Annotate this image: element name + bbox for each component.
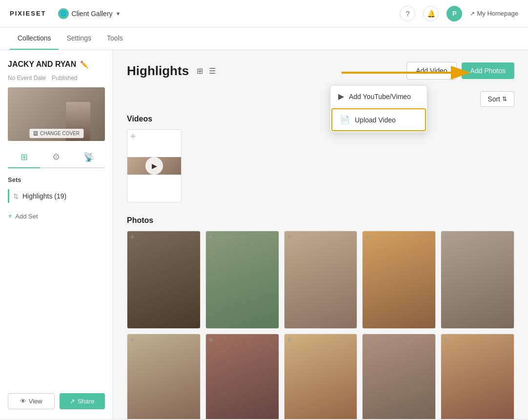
- photo-item[interactable]: ✛: [441, 231, 514, 329]
- bell-icon: 🔔: [427, 10, 435, 18]
- change-cover-button[interactable]: 🖼 CHANGE COVER: [29, 129, 83, 138]
- highlights-set-item[interactable]: ⇅ Highlights (19): [8, 189, 105, 203]
- sort-arrows-icon: ⇅: [502, 96, 507, 102]
- play-button[interactable]: ▶: [145, 157, 163, 175]
- chevron-down-icon: ▼: [116, 11, 121, 17]
- gallery-selector[interactable]: 🌐 Client Gallery ▼: [58, 8, 121, 19]
- external-link-icon: ↗: [470, 10, 475, 17]
- photo-item[interactable]: ✛: [205, 231, 279, 329]
- list-view-button[interactable]: ☰: [207, 65, 218, 77]
- page-title: Highlights: [127, 63, 189, 79]
- rss-icon: 📡: [83, 152, 94, 162]
- drag-handle-icon: ✛: [287, 234, 292, 240]
- logo: PIXIESET: [10, 10, 46, 17]
- plus-icon: +: [8, 212, 12, 220]
- drag-handle-icon: ✛: [444, 234, 448, 240]
- add-video-dropdown: ▶ Add YouTube/Vimeo 📄 Upload Video: [330, 85, 427, 133]
- photo-item[interactable]: ✛: [362, 334, 436, 419]
- drag-handle-icon: ✛: [365, 337, 370, 343]
- drag-handle-icon: ✛: [444, 337, 448, 343]
- drag-handle-icon: ✛: [208, 234, 213, 240]
- video-play-area: ▶: [127, 157, 181, 175]
- play-circle-icon: ▶: [338, 92, 344, 101]
- drag-handle-icon: ✛: [130, 337, 135, 343]
- tab-settings[interactable]: Settings: [59, 27, 99, 50]
- sort-button[interactable]: Sort ⇅: [480, 91, 514, 107]
- view-button[interactable]: 👁 View: [8, 393, 55, 409]
- photo-item[interactable]: ✛: [362, 231, 436, 329]
- image-icon: 🖼: [33, 131, 38, 136]
- arrow-svg: [342, 64, 478, 81]
- photo-grid: ✛ ✛ ✛ ✛ ✛: [127, 231, 514, 419]
- reorder-icon: ⇅: [13, 193, 19, 200]
- avatar[interactable]: P: [447, 6, 462, 21]
- tab-tools[interactable]: Tools: [99, 27, 131, 50]
- drag-handle-icon: ✛: [130, 234, 135, 240]
- tab-collections[interactable]: Collections: [10, 27, 59, 50]
- video-thumbnail[interactable]: ✛ ▶: [127, 129, 182, 202]
- photos-section-label: Photos: [127, 216, 514, 225]
- help-button[interactable]: ?: [400, 6, 415, 21]
- add-set-button[interactable]: + Add Set: [8, 209, 105, 223]
- videos-section: Videos ✛ ▶: [127, 115, 514, 202]
- sidebar: JACKY AND RYAN ✏️ No Event Date Publishe…: [0, 50, 113, 419]
- sub-navigation: Collections Settings Tools: [0, 27, 528, 50]
- photo-item[interactable]: ✛: [127, 231, 201, 329]
- share-button[interactable]: ↗ Share: [60, 393, 105, 409]
- share-icon: ↗: [70, 398, 75, 405]
- gear-icon: ⚙: [52, 152, 60, 162]
- settings-tab-icon[interactable]: ⚙: [40, 147, 72, 168]
- client-name: JACKY AND RYAN ✏️: [8, 60, 105, 69]
- client-meta: No Event Date Published: [8, 75, 105, 81]
- drag-handle-icon: ✛: [208, 337, 213, 343]
- video-grid: ✛ ▶: [127, 129, 514, 202]
- top-navigation: PIXIESET 🌐 Client Gallery ▼ ? 🔔 P ↗ My H…: [0, 0, 528, 27]
- eye-icon: 👁: [20, 398, 26, 405]
- photos-tab-icon[interactable]: ⊞: [8, 147, 40, 168]
- drag-handle-icon: ✛: [365, 234, 370, 240]
- content-header: Highlights ⊞ ☰ Add Video Add Pho: [127, 62, 514, 80]
- grid-icon: ⊞: [20, 152, 28, 162]
- photos-section: Photos ✛ ✛ ✛ ✛ ✛: [127, 216, 514, 419]
- my-homepage-link[interactable]: ↗ My Homepage: [470, 10, 518, 17]
- feed-tab-icon[interactable]: 📡: [73, 147, 105, 168]
- edit-client-icon[interactable]: ✏️: [80, 60, 88, 68]
- sidebar-bottom-actions: 👁 View ↗ Share: [8, 393, 105, 409]
- view-toggle: ⊞ ☰: [195, 65, 218, 77]
- photo-item[interactable]: ✛: [284, 231, 358, 329]
- photo-item[interactable]: ✛: [127, 334, 201, 419]
- main-layout: JACKY AND RYAN ✏️ No Event Date Publishe…: [0, 50, 528, 419]
- videos-section-label: Videos: [127, 115, 514, 123]
- add-youtube-vimeo-item[interactable]: ▶ Add YouTube/Vimeo: [330, 86, 427, 107]
- arrow-annotation: [342, 64, 478, 81]
- sidebar-icon-tabs: ⊞ ⚙ 📡: [8, 147, 105, 168]
- main-content: Highlights ⊞ ☰ Add Video Add Pho: [113, 50, 528, 419]
- notifications-button[interactable]: 🔔: [423, 6, 439, 21]
- grid-view-button[interactable]: ⊞: [195, 65, 205, 77]
- globe-icon: 🌐: [58, 8, 69, 19]
- photo-item[interactable]: ✛: [205, 334, 279, 419]
- question-icon: ?: [406, 9, 409, 18]
- photo-item[interactable]: ✛: [284, 334, 358, 419]
- upload-video-item[interactable]: 📄 Upload Video: [331, 108, 426, 131]
- drag-handle-icon: ✛: [130, 133, 136, 140]
- upload-icon: 📄: [340, 115, 350, 124]
- cover-image: 🖼 CHANGE COVER: [8, 87, 105, 141]
- sort-row: Sort ⇅: [127, 91, 514, 107]
- drag-handle-icon: ✛: [287, 337, 292, 343]
- gallery-selector-label: Client Gallery: [72, 10, 113, 18]
- nav-right: ? 🔔 P ↗ My Homepage: [400, 6, 518, 21]
- photo-item[interactable]: ✛: [441, 334, 514, 419]
- sets-label: Sets: [8, 176, 105, 183]
